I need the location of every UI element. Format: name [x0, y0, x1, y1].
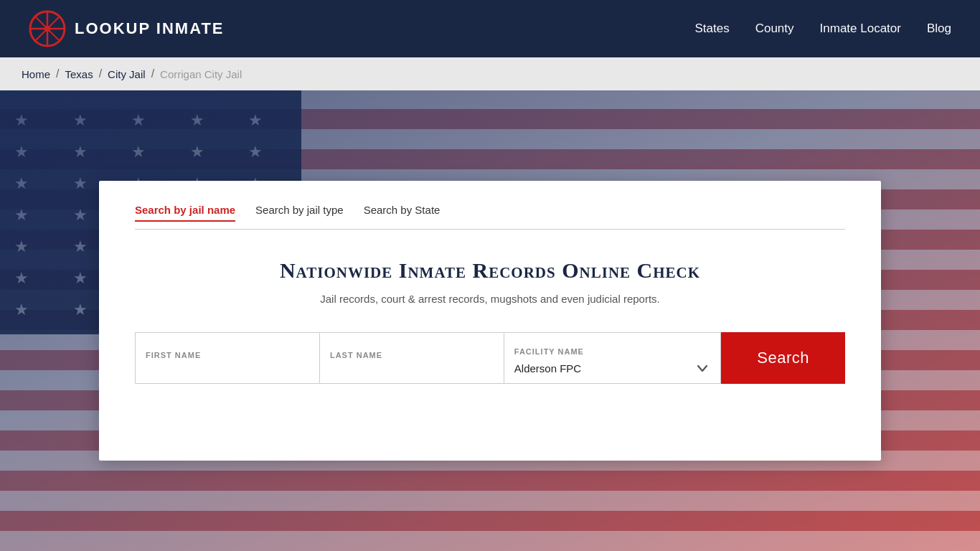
search-tabs: Search by jail name Search by jail type …	[135, 204, 845, 230]
hero: ★ ★ ★ ★ ★ ★ ★ ★ ★ ★ ★ ★ ★ ★ ★ ★ ★ ★ ★ ★ …	[0, 90, 980, 551]
nav-county[interactable]: County	[755, 22, 794, 36]
first-name-label: FIRST NAME	[146, 351, 309, 359]
tab-jail-type[interactable]: Search by jail type	[255, 204, 344, 222]
logo[interactable]: LOOKUP INMATE	[29, 10, 225, 47]
breadcrumb-texas[interactable]: Texas	[65, 68, 93, 80]
facility-label: FACILITY NAME	[514, 347, 710, 356]
chevron-down-icon[interactable]	[694, 360, 710, 376]
last-name-label: LAST NAME	[330, 351, 494, 359]
last-name-input[interactable]	[330, 364, 494, 376]
breadcrumb-sep-2: /	[99, 67, 102, 80]
svg-point-5	[44, 26, 50, 32]
logo-icon	[29, 10, 66, 47]
breadcrumb-city-jail[interactable]: City Jail	[108, 68, 146, 80]
card-subtitle: Jail records, court & arrest records, mu…	[135, 293, 845, 305]
breadcrumb-sep-1: /	[56, 67, 59, 80]
nav-links: States County Inmate Locator Blog	[694, 22, 951, 36]
last-name-field: LAST NAME	[320, 332, 504, 384]
first-name-input[interactable]	[146, 364, 309, 376]
card-title: Nationwide Inmate Records Online Check	[135, 258, 845, 283]
breadcrumb-home[interactable]: Home	[22, 68, 50, 80]
tab-jail-name[interactable]: Search by jail name	[135, 204, 235, 222]
breadcrumb: Home / Texas / City Jail / Corrigan City…	[0, 57, 980, 90]
breadcrumb-current: Corrigan City Jail	[160, 68, 242, 80]
breadcrumb-sep-3: /	[151, 67, 154, 80]
nav-states[interactable]: States	[694, 22, 729, 36]
tab-state[interactable]: Search by State	[364, 204, 440, 222]
navbar: LOOKUP INMATE States County Inmate Locat…	[0, 0, 980, 57]
first-name-field: FIRST NAME	[135, 332, 320, 384]
search-card: Search by jail name Search by jail type …	[99, 181, 881, 461]
facility-field: FACILITY NAME Alderson FPC	[504, 332, 721, 384]
search-form: FIRST NAME LAST NAME FACILITY NAME Alder…	[135, 332, 845, 384]
facility-select-row[interactable]: Alderson FPC	[514, 360, 710, 376]
search-button[interactable]: Search	[721, 332, 845, 384]
facility-value: Alderson FPC	[514, 362, 581, 375]
nav-inmate-locator[interactable]: Inmate Locator	[820, 22, 901, 36]
logo-text: LOOKUP INMATE	[75, 19, 225, 38]
nav-blog[interactable]: Blog	[927, 22, 951, 36]
